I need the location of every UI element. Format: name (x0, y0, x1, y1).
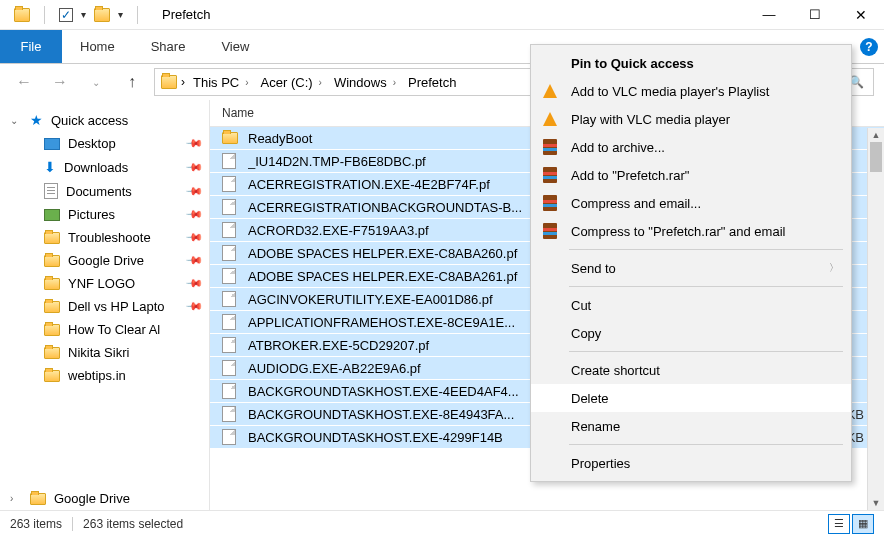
minimize-button[interactable]: — (746, 0, 792, 30)
maximize-button[interactable]: ☐ (792, 0, 838, 30)
document-icon (44, 183, 58, 199)
pin-icon: 📌 (184, 134, 203, 153)
folder-icon (14, 8, 30, 22)
file-icon (222, 429, 236, 445)
file-icon (222, 199, 236, 215)
folder-icon (44, 301, 60, 313)
archive-icon (543, 223, 557, 239)
scrollbar-thumb[interactable] (870, 142, 882, 172)
scroll-down-icon[interactable]: ▼ (868, 496, 884, 510)
close-button[interactable]: ✕ (838, 0, 884, 30)
ctx-create-shortcut[interactable]: Create shortcut (531, 356, 851, 384)
breadcrumb-item[interactable]: This PC› (189, 73, 253, 92)
sidebar-item[interactable]: webtips.in (0, 364, 209, 387)
file-icon (222, 245, 236, 261)
pin-icon: 📌 (184, 228, 203, 247)
sidebar-item-downloads[interactable]: ⬇Downloads📌 (0, 155, 209, 179)
sidebar-item[interactable]: How To Clear Al (0, 318, 209, 341)
ctx-send-to[interactable]: Send to〉 (531, 254, 851, 282)
ctx-rename[interactable]: Rename (531, 412, 851, 440)
sidebar-quick-access[interactable]: ⌄ ★ Quick access (0, 108, 209, 132)
breadcrumb-item[interactable]: Windows› (330, 73, 400, 92)
file-icon (222, 176, 236, 192)
file-icon (222, 360, 236, 376)
folder-icon (30, 493, 46, 505)
ctx-vlc-playlist[interactable]: Add to VLC media player's Playlist (531, 77, 851, 105)
status-selected-count: 263 items selected (83, 517, 183, 531)
file-tab[interactable]: File (0, 30, 62, 63)
folder-icon (44, 278, 60, 290)
status-bar: 263 items 263 items selected ☰ ▦ (0, 510, 884, 536)
qat-dropdown-icon[interactable]: ▾ (81, 9, 86, 20)
forward-button: → (46, 68, 74, 96)
breadcrumb-item[interactable]: Acer (C:)› (257, 73, 326, 92)
pin-icon: 📌 (184, 274, 203, 293)
pin-icon: 📌 (184, 297, 203, 316)
qat-properties-icon[interactable]: ✓ (59, 8, 73, 22)
qat-dropdown-icon[interactable]: ▾ (118, 9, 123, 20)
file-icon (222, 153, 236, 169)
view-details-button[interactable]: ☰ (828, 514, 850, 534)
chevron-right-icon[interactable]: › (181, 75, 185, 89)
sidebar-item[interactable]: Google Drive📌 (0, 249, 209, 272)
folder-icon (44, 370, 60, 382)
status-item-count: 263 items (10, 517, 62, 531)
tab-home[interactable]: Home (62, 30, 133, 63)
ctx-delete[interactable]: Delete (531, 384, 851, 412)
ctx-cut[interactable]: Cut (531, 291, 851, 319)
breadcrumb-item[interactable]: Prefetch (404, 73, 460, 92)
chevron-right-icon[interactable]: › (10, 493, 22, 504)
sidebar-item[interactable]: YNF LOGO📌 (0, 272, 209, 295)
sidebar-item-pictures[interactable]: Pictures📌 (0, 203, 209, 226)
sidebar-google-drive[interactable]: ›Google Drive (0, 487, 209, 510)
sidebar-item[interactable]: Dell vs HP Lapto📌 (0, 295, 209, 318)
archive-icon (543, 167, 557, 183)
ctx-properties[interactable]: Properties (531, 449, 851, 477)
recent-dropdown-icon[interactable]: ⌄ (82, 68, 110, 96)
ctx-compress-email[interactable]: Compress and email... (531, 189, 851, 217)
folder-icon (44, 232, 60, 244)
view-icons-button[interactable]: ▦ (852, 514, 874, 534)
file-icon (222, 337, 236, 353)
up-button[interactable]: ↑ (118, 68, 146, 96)
sidebar-item-desktop[interactable]: Desktop📌 (0, 132, 209, 155)
scroll-up-icon[interactable]: ▲ (868, 128, 884, 142)
title-bar: ✓ ▾ ▾ Prefetch — ☐ ✕ (0, 0, 884, 30)
pin-icon: 📌 (184, 157, 203, 176)
tab-share[interactable]: Share (133, 30, 204, 63)
file-icon (222, 291, 236, 307)
ctx-add-rar[interactable]: Add to "Prefetch.rar" (531, 161, 851, 189)
archive-icon (543, 139, 557, 155)
sidebar-item[interactable]: Troubleshoote📌 (0, 226, 209, 249)
help-button[interactable]: ? (854, 30, 884, 63)
file-icon (222, 383, 236, 399)
file-icon (222, 314, 236, 330)
tab-view[interactable]: View (203, 30, 267, 63)
ctx-add-archive[interactable]: Add to archive... (531, 133, 851, 161)
folder-icon (44, 347, 60, 359)
vlc-icon (543, 84, 557, 98)
back-button[interactable]: ← (10, 68, 38, 96)
scrollbar[interactable]: ▲ ▼ (867, 128, 884, 510)
window-title: Prefetch (162, 7, 210, 22)
pin-icon: 📌 (184, 205, 203, 224)
folder-icon (44, 324, 60, 336)
folder-icon (44, 255, 60, 267)
ctx-pin-quick-access[interactable]: Pin to Quick access (531, 49, 851, 77)
context-menu: Pin to Quick access Add to VLC media pla… (530, 44, 852, 482)
folder-icon (94, 8, 110, 22)
ctx-copy[interactable]: Copy (531, 319, 851, 347)
vlc-icon (543, 112, 557, 126)
file-icon (222, 268, 236, 284)
ctx-compress-rar-email[interactable]: Compress to "Prefetch.rar" and email (531, 217, 851, 245)
pin-icon: 📌 (184, 181, 203, 200)
file-icon (222, 222, 236, 238)
download-icon: ⬇ (44, 159, 56, 175)
chevron-right-icon: 〉 (829, 261, 839, 275)
folder-icon (222, 132, 238, 144)
sidebar-item-documents[interactable]: Documents📌 (0, 179, 209, 203)
ctx-vlc-play[interactable]: Play with VLC media player (531, 105, 851, 133)
sidebar-item[interactable]: Nikita Sikri (0, 341, 209, 364)
chevron-down-icon[interactable]: ⌄ (10, 115, 22, 126)
pictures-icon (44, 209, 60, 221)
